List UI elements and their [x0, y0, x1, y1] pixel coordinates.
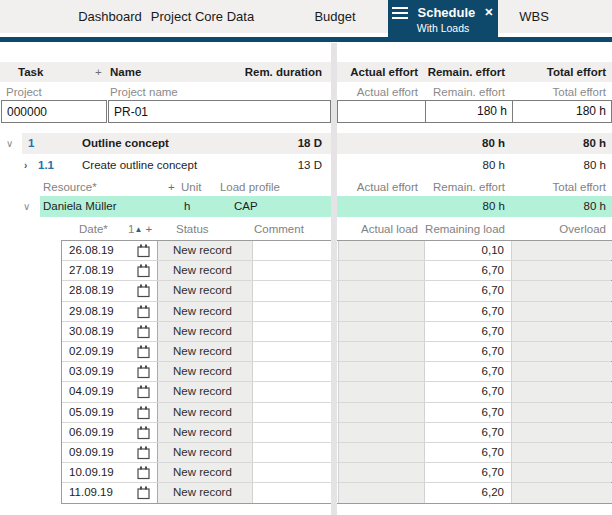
remaining-load-cell[interactable]: 6,70 [425, 261, 512, 280]
add-column-icon[interactable]: + [168, 179, 175, 195]
comment-cell[interactable] [253, 423, 332, 442]
col-resource[interactable]: Resource* [43, 179, 97, 195]
calendar-icon[interactable] [137, 244, 150, 258]
calendar-icon[interactable] [137, 426, 150, 440]
date-cell[interactable]: 05.09.19 [62, 403, 158, 422]
tab-project-core-data[interactable]: Project Core Data [135, 0, 270, 33]
remaining-load-cell[interactable]: 6,20 [425, 483, 512, 503]
task-number[interactable]: 1 [28, 133, 34, 154]
comment-cell[interactable] [253, 443, 332, 462]
tab-schedule[interactable]: Schedule ✕ With Loads [388, 0, 498, 42]
overload-cell [512, 403, 612, 422]
calendar-icon[interactable] [137, 385, 150, 399]
project-name-input[interactable] [108, 100, 331, 123]
comment-cell[interactable] [253, 302, 332, 321]
date-cell[interactable]: 09.09.19 [62, 443, 158, 462]
col-comment[interactable]: Comment [254, 220, 304, 238]
remaining-load-cell[interactable]: 6,70 [425, 382, 512, 401]
chevron-down-icon[interactable]: ∨ [23, 196, 30, 217]
col-remain-effort[interactable]: Remain. effort [424, 62, 511, 82]
task-total-effort: 80 h [511, 133, 606, 154]
calendar-icon[interactable] [137, 325, 150, 339]
date-cell[interactable]: 29.08.19 [62, 302, 158, 321]
remaining-load-cell[interactable]: 6,70 [425, 443, 512, 462]
col-actual-effort[interactable]: Actual effort [338, 62, 424, 82]
date-cell[interactable]: 11.09.19 [62, 483, 158, 503]
comment-cell[interactable] [253, 382, 332, 401]
calendar-icon[interactable] [137, 345, 150, 359]
task-name[interactable]: Outline concept [82, 133, 169, 154]
date-cell[interactable]: 06.09.19 [62, 423, 158, 442]
date-cell[interactable]: 30.08.19 [62, 322, 158, 341]
remaining-load-value: 6,70 [482, 305, 504, 317]
calendar-icon[interactable] [137, 486, 150, 500]
remaining-load-cell[interactable]: 6,70 [425, 463, 512, 482]
comment-cell[interactable] [253, 241, 332, 260]
status-cell: New record [158, 241, 253, 260]
date-cell[interactable]: 10.09.19 [62, 463, 158, 482]
col-actual-load[interactable]: Actual load [338, 220, 424, 238]
date-cell[interactable]: 26.08.19 [62, 241, 158, 260]
chevron-right-icon[interactable]: › [24, 155, 27, 176]
sort-indicator[interactable]: 1▲ + [128, 220, 152, 238]
overload-cell [512, 281, 612, 300]
col-name[interactable]: Name [110, 62, 141, 82]
remaining-load-cell[interactable]: 6,70 [425, 362, 512, 381]
calendar-icon[interactable] [137, 284, 150, 298]
comment-cell[interactable] [253, 261, 332, 280]
comment-cell[interactable] [253, 322, 332, 341]
calendar-icon[interactable] [137, 264, 150, 278]
tab-wbs[interactable]: WBS [498, 0, 570, 33]
close-icon[interactable]: ✕ [484, 7, 493, 18]
menu-icon[interactable] [392, 7, 408, 19]
remaining-load-cell[interactable]: 6,70 [425, 342, 512, 361]
resource-load-profile: CAP [234, 196, 258, 217]
resource-name[interactable]: Daniela Müller [43, 196, 117, 217]
col-overload[interactable]: Overload [511, 220, 606, 238]
comment-cell[interactable] [253, 483, 332, 503]
col-unit[interactable]: Unit [181, 179, 201, 195]
remaining-load-cell[interactable]: 6,70 [425, 403, 512, 422]
col-task[interactable]: Task [18, 62, 43, 82]
project-id-input[interactable] [1, 100, 107, 123]
comment-cell[interactable] [253, 463, 332, 482]
remaining-load-cell[interactable]: 6,70 [425, 423, 512, 442]
date-cell[interactable]: 28.08.19 [62, 281, 158, 300]
project-subheader: Project Project name Actual effort Remai… [0, 84, 612, 100]
overload-cell [512, 322, 612, 341]
calendar-icon[interactable] [137, 446, 150, 460]
remaining-load-cell[interactable]: 0,10 [425, 241, 512, 260]
calendar-icon[interactable] [137, 406, 150, 420]
chevron-down-icon[interactable]: ∨ [6, 133, 13, 154]
calendar-icon[interactable] [137, 305, 150, 319]
comment-cell[interactable] [253, 403, 332, 422]
col-rem-duration[interactable]: Rem. duration [230, 62, 322, 82]
col-total-effort[interactable]: Total effort [511, 62, 606, 82]
add-column-icon[interactable]: + [146, 223, 153, 235]
calendar-icon[interactable] [137, 466, 150, 480]
remaining-load-cell[interactable]: 6,70 [425, 281, 512, 300]
col-remaining-load[interactable]: Remaining load [424, 220, 511, 238]
comment-cell[interactable] [253, 342, 332, 361]
col-load-profile[interactable]: Load profile [210, 179, 280, 195]
date-value: 03.09.19 [69, 365, 114, 377]
task-number[interactable]: 1.1 [38, 155, 54, 176]
date-cell[interactable]: 02.09.19 [62, 342, 158, 361]
date-cell[interactable]: 04.09.19 [62, 382, 158, 401]
add-column-icon[interactable]: + [95, 62, 102, 82]
date-value: 29.08.19 [69, 305, 114, 317]
date-cell[interactable]: 27.08.19 [62, 261, 158, 280]
col-status[interactable]: Status [176, 220, 209, 238]
comment-cell[interactable] [253, 362, 332, 381]
actual-load-cell [338, 281, 425, 300]
date-cell[interactable]: 03.09.19 [62, 362, 158, 381]
col-date[interactable]: Date* [79, 220, 108, 238]
tab-budget[interactable]: Budget [295, 0, 375, 33]
comment-cell[interactable] [253, 281, 332, 300]
resource-row-selected[interactable]: ∨ Daniela Müller h CAP 80 h 80 h [0, 196, 612, 217]
task-name[interactable]: Create outline concept [82, 155, 197, 176]
remaining-load-cell[interactable]: 6,70 [425, 302, 512, 321]
calendar-icon[interactable] [137, 365, 150, 379]
actual-load-cell [338, 261, 425, 280]
remaining-load-cell[interactable]: 6,70 [425, 322, 512, 341]
